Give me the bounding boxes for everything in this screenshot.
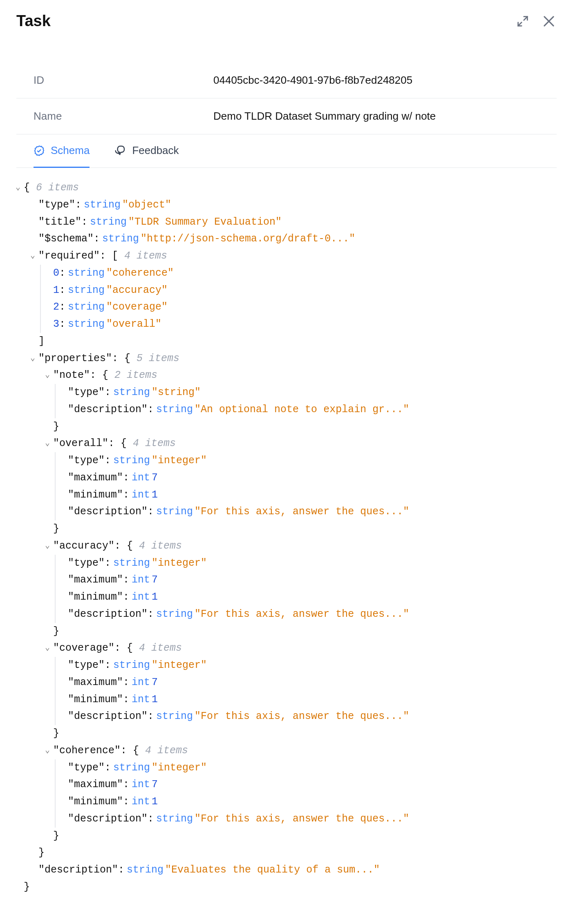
json-array-item[interactable]: 2:string"coverage" [53, 299, 549, 316]
info-row-id: ID 04405cbc-3420-4901-97b6-f8b7ed248205 [16, 62, 557, 98]
item-count: 6 items [36, 182, 79, 194]
toggle-icon[interactable] [45, 540, 53, 553]
json-pair[interactable]: "description":string"For this axis, answ… [68, 810, 549, 828]
panel-header: Task [16, 12, 557, 62]
toggle-icon[interactable] [45, 437, 53, 451]
task-panel: Task ID 04405cbc-3420-4901-97b6-f8b7ed24… [0, 0, 573, 924]
json-pair[interactable]: "type":string"integer" [68, 759, 549, 777]
json-pair[interactable]: "type":string"object" [24, 196, 549, 214]
tab-feedback-label: Feedback [132, 144, 179, 157]
tab-schema-label: Schema [51, 144, 90, 157]
toggle-icon[interactable] [45, 642, 53, 655]
json-pair[interactable]: "maximum":int7 [68, 571, 549, 589]
json-pair[interactable]: "minimum":int1 [68, 691, 549, 708]
json-pair[interactable]: "description":string"An optional note to… [68, 401, 549, 418]
json-pair[interactable]: "minimum":int1 [68, 793, 549, 810]
json-pair[interactable]: "title":string"TLDR Summary Evaluation" [24, 214, 549, 231]
chat-icon [114, 145, 126, 157]
json-pair[interactable]: "maximum":int7 [68, 469, 549, 487]
json-array-item[interactable]: 1:string"accuracy" [53, 282, 549, 299]
expand-icon[interactable] [516, 14, 530, 28]
json-pair[interactable]: "type":string"integer" [68, 555, 549, 572]
json-pair[interactable]: "maximum":int7 [68, 776, 549, 793]
json-array-item[interactable]: 3:string"overall" [53, 316, 549, 333]
toggle-icon[interactable] [30, 250, 38, 263]
header-actions [516, 13, 557, 29]
json-pair[interactable]: "description":string"For this axis, answ… [68, 606, 549, 623]
close-icon[interactable] [541, 13, 557, 29]
name-value: Demo TLDR Dataset Summary grading w/ not… [213, 110, 436, 123]
json-array-item[interactable]: 0:string"coherence" [53, 265, 549, 282]
json-pair[interactable]: "description":string"For this axis, answ… [68, 503, 549, 520]
json-pair[interactable]: "minimum":int1 [68, 589, 549, 606]
id-value: 04405cbc-3420-4901-97b6-f8b7ed248205 [213, 74, 412, 87]
name-label: Name [34, 110, 213, 123]
json-pair[interactable]: "$schema":string"http://json-schema.org/… [24, 230, 549, 248]
tab-schema[interactable]: Schema [34, 144, 90, 168]
info-row-name: Name Demo TLDR Dataset Summary grading w… [16, 98, 557, 134]
json-pair[interactable]: "type":string"integer" [68, 657, 549, 674]
check-badge-icon [34, 145, 45, 156]
toggle-icon[interactable] [16, 181, 24, 195]
json-pair[interactable]: "minimum":int1 [68, 487, 549, 504]
tabs: Schema Feedback [16, 134, 557, 168]
schema-json-tree: { 6 items "type":string"object" "title":… [16, 168, 557, 912]
json-pair[interactable]: "maximum":int7 [68, 674, 549, 691]
json-pair[interactable]: "description":string"For this axis, answ… [68, 708, 549, 725]
page-title: Task [16, 12, 51, 30]
json-pair[interactable]: "type":string"string" [68, 384, 549, 401]
toggle-icon[interactable] [45, 744, 53, 758]
json-pair[interactable]: "description":string"Evaluates the quali… [24, 862, 549, 879]
id-label: ID [34, 74, 213, 87]
tab-feedback[interactable]: Feedback [114, 144, 179, 168]
json-pair[interactable]: "type":string"integer" [68, 452, 549, 469]
toggle-icon[interactable] [45, 369, 53, 382]
toggle-icon[interactable] [30, 352, 38, 366]
